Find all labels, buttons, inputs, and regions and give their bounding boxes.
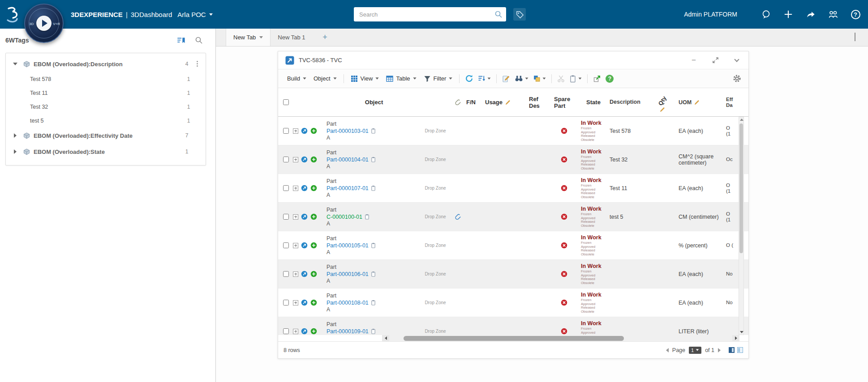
navigate-icon[interactable] [301, 213, 308, 220]
drop-zone[interactable]: Drop Zone [421, 231, 449, 259]
scroll-up-arrow[interactable] [740, 119, 743, 121]
expand-row-icon[interactable] [293, 214, 298, 220]
user-name[interactable]: Admin PLATFORM [684, 11, 737, 18]
table-row[interactable]: Part Part-0000106-01 A Drop Zone [278, 260, 748, 289]
add-child-icon[interactable] [310, 242, 317, 249]
collapse-triangle-icon[interactable] [13, 63, 17, 65]
row-checkbox[interactable] [283, 214, 289, 220]
row-checkbox[interactable] [283, 271, 289, 277]
maximize-button[interactable] [712, 57, 719, 64]
usage-cell[interactable] [485, 174, 525, 202]
table-row[interactable]: Part Part-0000107-01 A Drop Zone [278, 174, 748, 203]
add-child-icon[interactable] [310, 328, 317, 335]
qty-cell[interactable] [653, 317, 675, 335]
scroll-right-button[interactable] [732, 335, 739, 341]
copy-clipboard-icon[interactable] [371, 185, 376, 191]
usage-cell[interactable] [485, 260, 525, 288]
scroll-down-arrow[interactable] [740, 331, 743, 333]
expand-row-icon[interactable] [293, 243, 298, 248]
dashboard-selector[interactable]: Arla POC [177, 11, 212, 18]
cut-button[interactable] [555, 72, 567, 85]
table-row[interactable]: Part Part-0000105-01 A Drop Zone [278, 231, 748, 260]
full-view-toggle[interactable] [729, 347, 735, 353]
tag-icon[interactable] [513, 8, 526, 21]
search-icon[interactable] [494, 10, 503, 18]
part-link[interactable]: Part-0000109-01 [327, 328, 369, 335]
vertical-scrollbar[interactable] [739, 117, 744, 335]
navigate-icon[interactable] [301, 127, 308, 134]
table-row[interactable]: Part Part-0000108-01 A Drop Zone [278, 289, 748, 317]
widget-menu-button[interactable] [735, 58, 739, 63]
settings-button[interactable] [733, 74, 743, 83]
qty-cell[interactable] [653, 260, 675, 288]
usage-cell[interactable] [485, 231, 525, 259]
copy-clipboard-icon[interactable] [371, 128, 376, 134]
col-usage[interactable]: Usage [485, 88, 525, 116]
scroll-left-button[interactable] [382, 335, 389, 341]
search-input[interactable] [357, 11, 494, 18]
copy-clipboard-icon[interactable] [371, 271, 376, 277]
split-view-toggle[interactable] [737, 347, 743, 353]
drop-zone[interactable]: Drop Zone [421, 203, 449, 231]
row-checkbox[interactable] [283, 128, 289, 134]
expand-row-icon[interactable] [293, 329, 298, 334]
copy-clipboard-icon[interactable] [371, 242, 376, 248]
page-select[interactable]: 1 [689, 347, 701, 354]
table-row[interactable]: Part C-0000100-01 A Drop Zone [278, 203, 748, 231]
expand-triangle-icon[interactable] [14, 133, 17, 138]
sort-button[interactable] [476, 72, 493, 85]
navigate-icon[interactable] [301, 156, 308, 163]
part-link[interactable]: Part-0000104-01 [327, 156, 369, 163]
filter-tags-icon[interactable] [176, 36, 185, 45]
help-button[interactable]: ? [603, 72, 616, 85]
expand-triangle-icon[interactable] [14, 149, 17, 154]
tag-group-description[interactable]: EBOM (Overloaded):Description 4 [6, 56, 206, 72]
usage-cell[interactable] [485, 203, 525, 231]
navigate-icon[interactable] [301, 271, 308, 277]
part-link[interactable]: Part-0000107-01 [327, 185, 369, 192]
community-icon[interactable] [828, 9, 838, 20]
row-checkbox[interactable] [283, 185, 289, 191]
table-row[interactable]: Part Part-0000104-01 A Drop Zone [278, 145, 748, 174]
horizontal-scroll-track[interactable] [389, 335, 732, 341]
tag-item[interactable]: test 5 1 [6, 114, 206, 127]
qty-cell[interactable] [653, 289, 675, 317]
table-row[interactable]: Part Part-0000109-01 A Drop Zone [278, 317, 748, 335]
next-page-button[interactable] [718, 348, 721, 352]
drop-zone[interactable]: Drop Zone [421, 174, 449, 202]
tag-group-state[interactable]: EBOM (Overloaded):State 1 [6, 144, 206, 160]
navigate-icon[interactable] [301, 328, 308, 335]
view-menu[interactable]: View [347, 73, 383, 85]
usage-cell[interactable] [485, 117, 525, 145]
add-child-icon[interactable] [310, 185, 317, 191]
navigate-icon[interactable] [301, 242, 308, 249]
col-spare-part[interactable]: Spare Part [550, 88, 577, 116]
help-icon[interactable]: ? [850, 9, 861, 20]
expand-row-icon[interactable] [293, 157, 298, 162]
edit-button[interactable] [500, 72, 512, 85]
col-state[interactable]: State [577, 88, 606, 116]
expand-row-icon[interactable] [293, 272, 298, 277]
qty-cell[interactable] [653, 145, 675, 174]
col-ref-des[interactable]: Ref Des [525, 88, 550, 116]
collapse-tabs-button[interactable] [855, 34, 855, 42]
copy-clipboard-icon[interactable] [365, 214, 370, 220]
add-child-icon[interactable] [310, 213, 317, 220]
col-qty[interactable]: Qty [653, 88, 675, 116]
share-icon[interactable] [805, 9, 816, 20]
add-child-icon[interactable] [310, 299, 317, 306]
add-child-icon[interactable] [310, 156, 317, 163]
expand-row-icon[interactable] [293, 128, 298, 134]
qty-cell[interactable] [653, 174, 675, 202]
qty-cell[interactable] [653, 231, 675, 259]
copy-clipboard-icon[interactable] [371, 328, 376, 334]
compass-center[interactable] [36, 16, 52, 31]
horizontal-scrollbar[interactable] [278, 335, 748, 341]
col-attachment[interactable] [449, 88, 466, 116]
attachment-paperclip-icon[interactable] [455, 213, 461, 220]
tab-menu-icon[interactable] [259, 36, 263, 38]
row-checkbox[interactable] [283, 300, 289, 306]
add-tab-button[interactable]: + [320, 33, 331, 42]
col-uom[interactable]: UOM [675, 88, 722, 116]
add-child-icon[interactable] [310, 271, 317, 277]
